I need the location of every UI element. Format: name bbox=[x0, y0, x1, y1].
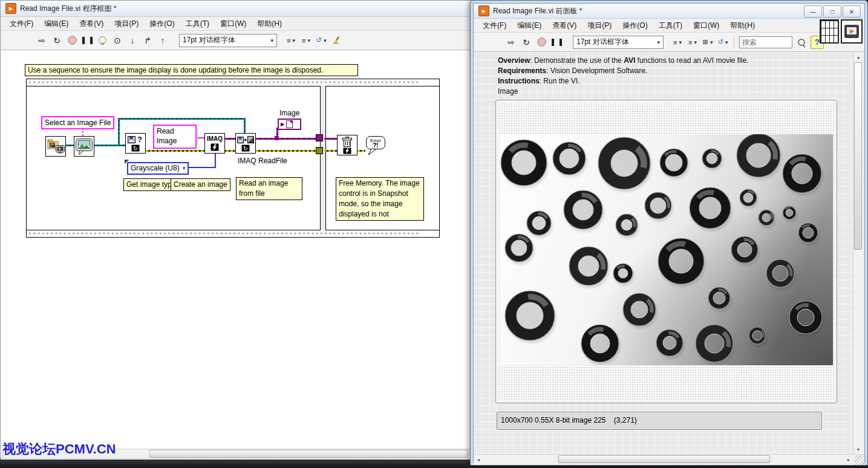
front-panel-canvas[interactable]: Overview: Demonstrate the use of the AVI… bbox=[474, 52, 864, 454]
reorder-button[interactable]: ↺ ▾ bbox=[717, 36, 729, 49]
node-image-file-dialog[interactable] bbox=[74, 136, 94, 157]
enum-wire[interactable] bbox=[187, 167, 216, 168]
resize-objects-button[interactable]: ⊞ ▾ bbox=[702, 36, 714, 49]
node-imaq-get-image-type[interactable]: ? ↻ bbox=[125, 133, 146, 154]
note-create-an-image[interactable]: Create an image bbox=[171, 178, 230, 191]
path-wire[interactable] bbox=[66, 145, 74, 146]
path-wire[interactable] bbox=[118, 118, 245, 120]
menu-tools[interactable]: 工具(T) bbox=[180, 17, 215, 30]
menu-tools[interactable]: 工具(T) bbox=[653, 19, 688, 32]
node-browse-path-vi[interactable] bbox=[45, 136, 66, 157]
film-strip: ▫▫▫▫▫▫▫▫▫▫▫▫▫▫▫▫▫▫▫▫▫▫▫▫▫▫▫▫▫▫▫▫▫▫▫▫▫▫▫▫… bbox=[27, 79, 439, 86]
menu-file[interactable]: 文件(F) bbox=[4, 17, 39, 30]
image-wire[interactable] bbox=[324, 138, 338, 140]
pause-button[interactable] bbox=[81, 34, 93, 47]
run-continuous-button[interactable]: ↻ bbox=[51, 34, 63, 47]
menu-help[interactable]: 帮助(H) bbox=[252, 17, 287, 30]
abort-button[interactable] bbox=[535, 36, 547, 49]
connector-pane-icon[interactable] bbox=[820, 19, 839, 44]
step-out-button[interactable]: ↑ bbox=[157, 34, 169, 47]
diagram-comment[interactable]: Use a sequence to ensure the image displ… bbox=[25, 64, 358, 76]
svg-text:IMAQ: IMAQ bbox=[207, 135, 223, 142]
node-imaq-create[interactable]: IMAQ bbox=[204, 133, 225, 154]
highlight-execution-button[interactable] bbox=[96, 34, 108, 47]
scrollbar-thumb[interactable] bbox=[558, 455, 770, 463]
enum-wire[interactable] bbox=[215, 154, 216, 168]
sequence-tunnel-error[interactable] bbox=[316, 147, 323, 154]
abort-button[interactable] bbox=[66, 34, 78, 47]
node-simple-error-handler[interactable]: Error ?! bbox=[364, 135, 387, 157]
menu-operate[interactable]: 操作(O) bbox=[617, 19, 653, 32]
string-constant-select-image[interactable]: Select an Image File bbox=[41, 116, 114, 129]
image-wire[interactable] bbox=[256, 138, 317, 140]
pause-button[interactable] bbox=[550, 36, 563, 49]
path-wire[interactable] bbox=[94, 145, 126, 146]
font-selector[interactable]: 17pt 对话框字体▾ bbox=[179, 34, 277, 47]
fp-vertical-scrollbar[interactable]: ▲ ▼ bbox=[853, 52, 863, 454]
play-icon: ▶ bbox=[281, 122, 284, 127]
run-button[interactable]: ⇨ bbox=[36, 34, 48, 47]
align-objects-button[interactable]: ≡ ▾ bbox=[285, 34, 297, 47]
distribute-objects-button[interactable]: ≡ ▾ bbox=[687, 36, 699, 49]
reorder-button[interactable]: ↺ ▾ bbox=[315, 34, 327, 47]
maximize-button[interactable]: □ bbox=[823, 5, 841, 18]
node-imaq-readfile[interactable]: ↻ bbox=[235, 133, 256, 154]
menu-help[interactable]: 帮助(H) bbox=[725, 19, 760, 32]
menu-view[interactable]: 查看(V) bbox=[74, 17, 109, 30]
minimize-button[interactable]: — bbox=[804, 5, 822, 18]
image-indicator-terminal[interactable]: ▶ bbox=[278, 119, 301, 130]
cleanup-diagram-button[interactable] bbox=[330, 34, 342, 47]
menu-edit[interactable]: 编辑(E) bbox=[39, 17, 74, 30]
path-wire[interactable] bbox=[118, 118, 120, 146]
note-read-an-image[interactable]: Read an image from file bbox=[236, 177, 302, 200]
svg-text:↻: ↻ bbox=[133, 145, 138, 152]
retain-wire-values-button[interactable]: ⊙ bbox=[111, 34, 123, 47]
menu-file[interactable]: 文件(F) bbox=[477, 19, 512, 32]
run-button[interactable]: ⇨ bbox=[505, 36, 517, 49]
sequence-tunnel-image[interactable] bbox=[316, 134, 323, 141]
error-wire[interactable] bbox=[324, 150, 338, 152]
image-display-control[interactable] bbox=[495, 100, 837, 403]
close-button[interactable]: ✕ bbox=[843, 5, 861, 18]
distribute-objects-button[interactable]: ≡ ▾ bbox=[300, 34, 312, 47]
menu-operate[interactable]: 操作(O) bbox=[144, 17, 180, 30]
stop-icon bbox=[537, 37, 546, 47]
step-into-button[interactable]: ↓ bbox=[126, 34, 139, 47]
scroll-up-arrow[interactable]: ▲ bbox=[853, 52, 863, 62]
scrollbar-thumb[interactable] bbox=[854, 62, 862, 250]
sequence-frame-divider bbox=[320, 86, 326, 230]
search-icon bbox=[798, 39, 805, 46]
scroll-right-arrow[interactable]: ► bbox=[844, 455, 853, 464]
menu-project[interactable]: 项目(P) bbox=[582, 19, 617, 32]
resize-grip[interactable] bbox=[855, 455, 864, 465]
menu-view[interactable]: 查看(V) bbox=[547, 19, 582, 32]
note-free-memory[interactable]: Free Memory. The image control is in Sna… bbox=[336, 177, 424, 221]
scroll-left-arrow[interactable]: ◄ bbox=[474, 455, 483, 464]
diagram-canvas[interactable]: Use a sequence to ensure the image displ… bbox=[1, 50, 477, 460]
menu-window[interactable]: 窗口(W) bbox=[688, 19, 725, 32]
string-constant-read-image[interactable]: Read Image bbox=[153, 125, 197, 149]
run-continuous-button[interactable]: ↻ bbox=[520, 36, 532, 49]
search-button[interactable] bbox=[795, 36, 808, 49]
align-objects-button[interactable]: ≡ ▾ bbox=[671, 36, 684, 49]
menu-edit[interactable]: 编辑(E) bbox=[512, 19, 547, 32]
string-wire[interactable] bbox=[82, 129, 83, 136]
fp-titlebar[interactable]: ▶ Read Image File.vi 前面板 * — □ ✕ bbox=[474, 4, 864, 19]
font-selector[interactable]: 17pt 对话框字体▾ bbox=[573, 36, 664, 49]
menu-window[interactable]: 窗口(W) bbox=[215, 17, 252, 30]
enum-constant-grayscale[interactable]: Grayscale (U8)▾ bbox=[127, 162, 189, 175]
scrollbar-thumb[interactable] bbox=[149, 450, 468, 458]
scroll-down-arrow[interactable]: ▼ bbox=[853, 444, 863, 454]
node-imaq-dispose[interactable] bbox=[337, 135, 357, 155]
vi-icon[interactable] bbox=[841, 19, 863, 44]
bd-titlebar[interactable]: ▶ Read Image File.vi 程序框图 * bbox=[1, 1, 477, 17]
step-over-button[interactable]: ↱ bbox=[142, 34, 154, 47]
search-input[interactable] bbox=[739, 36, 792, 48]
error-wire[interactable] bbox=[146, 150, 317, 152]
fp-horizontal-scrollbar[interactable]: ◄ ► bbox=[474, 454, 864, 465]
image-wire[interactable] bbox=[225, 138, 236, 140]
path-wire[interactable] bbox=[244, 118, 246, 134]
image-terminal-caption: Image bbox=[279, 109, 299, 117]
menu-project[interactable]: 项目(P) bbox=[109, 17, 144, 30]
stop-icon bbox=[68, 36, 77, 45]
